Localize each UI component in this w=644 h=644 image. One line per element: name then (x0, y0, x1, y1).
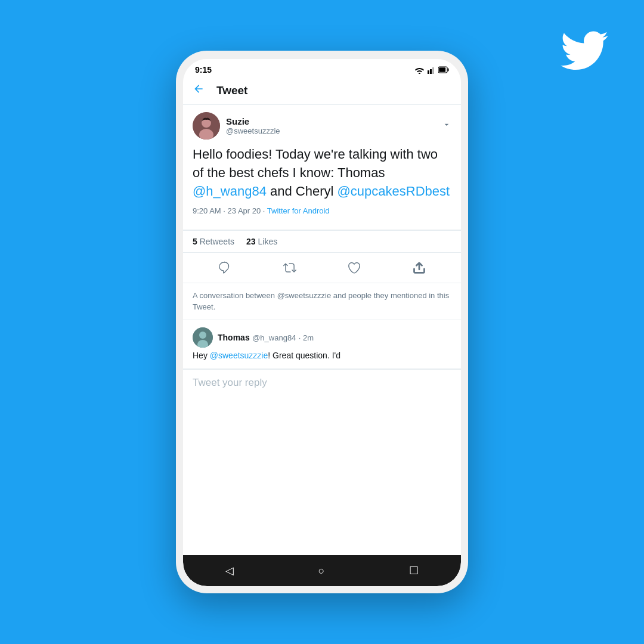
tweet-author-info: Suzie @sweetsuzzzie (193, 112, 280, 140)
svg-rect-5 (439, 67, 445, 72)
reply-placeholder: Tweet your reply (193, 377, 267, 388)
tweet-source[interactable]: Twitter for Android (267, 206, 330, 215)
mail-button[interactable] (408, 256, 431, 279)
reply-author-row: Thomas @h_wang84 · 2m (193, 327, 451, 348)
back-button[interactable] (193, 83, 205, 98)
svg-rect-0 (428, 70, 429, 74)
reply-text: Hey @sweetsuzzzie! Great question. I'd (193, 350, 451, 362)
tweet-content: Suzie @sweetsuzzzie Hello foodies! Today… (183, 105, 461, 555)
tweet-text: Hello foodies! Today we're talking with … (193, 145, 451, 200)
tweet-author-row: Suzie @sweetsuzzzie (193, 112, 451, 140)
reply-mention[interactable]: @sweetsuzzzie (210, 351, 268, 360)
status-icons (414, 66, 449, 74)
android-home-button[interactable]: ○ (318, 565, 325, 577)
phone-mockup: 9:15 Tweet (176, 51, 468, 593)
author-details: Suzie @sweetsuzzzie (226, 116, 280, 135)
original-tweet: Suzie @sweetsuzzzie Hello foodies! Today… (183, 105, 461, 230)
android-back-button[interactable]: ◁ (225, 564, 234, 577)
reply-avatar[interactable] (193, 327, 213, 348)
svg-rect-1 (430, 69, 432, 74)
status-time: 9:15 (195, 65, 212, 75)
author-name: Suzie (226, 116, 280, 126)
twitter-logo (561, 31, 608, 70)
page-title: Tweet (216, 84, 247, 97)
tweet-meta: 9:20 AM · 23 Apr 20 · Twitter for Androi… (193, 206, 451, 215)
svg-rect-4 (448, 69, 449, 72)
reply-button[interactable] (213, 256, 236, 279)
retweet-count: 5 Retweets (193, 237, 234, 246)
conversation-note: A conversation between @sweetsuzzzie and… (183, 283, 461, 320)
tweet-stats: 5 Retweets 23 Likes (183, 230, 461, 253)
status-bar: 9:15 (183, 59, 461, 78)
avatar[interactable] (193, 112, 220, 140)
android-nav-bar: ◁ ○ ☐ (183, 555, 461, 586)
retweet-button[interactable] (278, 256, 301, 279)
mention-cupcakes[interactable]: @cupcakesRDbest (338, 184, 450, 199)
likes-count: 23 Likes (246, 237, 277, 246)
reply-tweet: Thomas @h_wang84 · 2m Hey @sweetsuzzzie!… (183, 320, 461, 370)
like-button[interactable] (343, 256, 366, 279)
tweet-actions (183, 253, 461, 283)
svg-rect-2 (432, 67, 434, 74)
reply-author-handle: @h_wang84 (252, 333, 296, 342)
reply-author-details: Thomas @h_wang84 · 2m (218, 332, 314, 343)
mention-h-wang[interactable]: @h_wang84 (193, 184, 267, 199)
reply-input-area[interactable]: Tweet your reply (183, 369, 461, 396)
chevron-down-icon[interactable] (442, 120, 451, 132)
svg-point-10 (199, 332, 206, 339)
phone-screen: 9:15 Tweet (183, 59, 461, 586)
reply-author-name: Thomas (218, 333, 250, 342)
author-handle: @sweetsuzzzie (226, 126, 280, 135)
reply-time: · 2m (299, 333, 314, 342)
android-recents-button[interactable]: ☐ (409, 564, 419, 577)
tweet-timestamp: 9:20 AM · 23 Apr 20 · (193, 206, 267, 215)
app-header: Tweet (183, 78, 461, 105)
